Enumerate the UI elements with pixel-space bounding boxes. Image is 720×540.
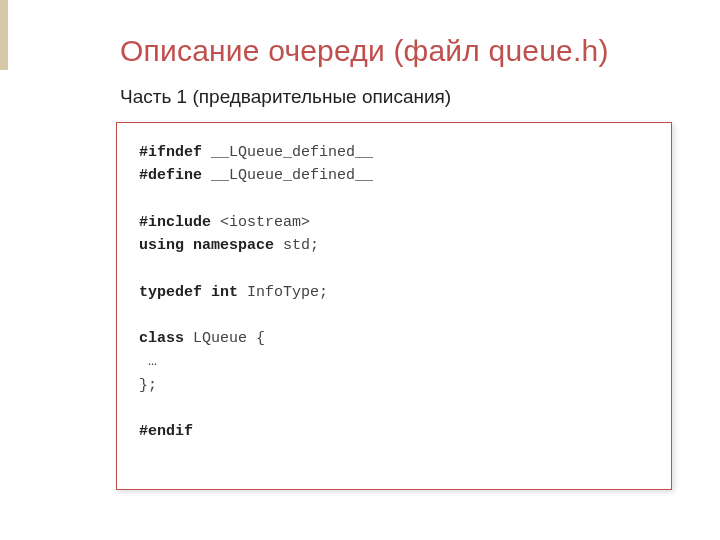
class-body-ellipsis: … <box>139 353 157 370</box>
kw-include: #include <box>139 214 211 231</box>
typedef-name: InfoType; <box>238 284 328 301</box>
kw-endif: #endif <box>139 423 193 440</box>
kw-define: #define <box>139 167 202 184</box>
include-header: <iostream> <box>211 214 310 231</box>
namespace-std: std; <box>274 237 319 254</box>
kw-class: class <box>139 330 184 347</box>
guard-name-1: __LQueue_defined__ <box>202 144 373 161</box>
guard-name-2: __LQueue_defined__ <box>202 167 373 184</box>
kw-ifndef: #ifndef <box>139 144 202 161</box>
accent-bar <box>0 0 8 70</box>
class-decl: LQueue { <box>184 330 265 347</box>
slide-title: Описание очереди (файл queue.h) <box>120 34 672 68</box>
class-close: }; <box>139 377 157 394</box>
kw-typedef-int: typedef int <box>139 284 238 301</box>
kw-using-namespace: using namespace <box>139 237 274 254</box>
slide: Описание очереди (файл queue.h) Часть 1 … <box>0 0 720 540</box>
slide-subtitle: Часть 1 (предварительные описания) <box>120 86 672 108</box>
code-box: #ifndef __LQueue_defined__ #define __LQu… <box>116 122 672 490</box>
